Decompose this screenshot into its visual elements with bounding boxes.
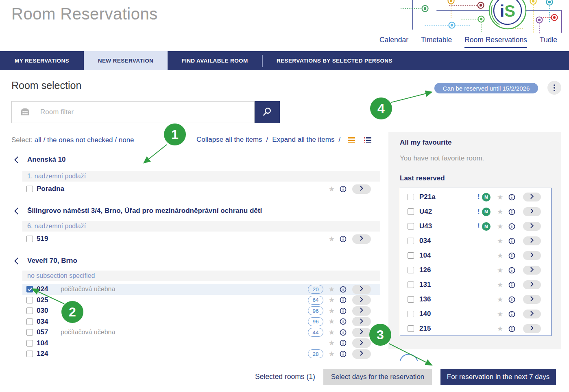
room-name[interactable]: 104 <box>419 251 431 260</box>
room-filter-input[interactable] <box>11 101 255 123</box>
room-name[interactable]: 140 <box>419 310 431 318</box>
open-room-button[interactable] <box>523 266 541 275</box>
room-checkbox[interactable] <box>408 223 414 230</box>
info-icon[interactable] <box>508 252 515 259</box>
favourite-star-icon[interactable]: ★ <box>329 186 335 193</box>
top-nav-link-room-reservations[interactable]: Room Reservations <box>464 36 527 48</box>
open-room-button[interactable] <box>523 222 541 231</box>
info-icon[interactable] <box>508 194 515 201</box>
room-name[interactable]: Poradna <box>37 185 64 193</box>
favourite-star-icon[interactable]: ★ <box>329 340 335 347</box>
room-checkbox[interactable] <box>408 325 414 332</box>
open-room-button[interactable] <box>352 285 371 294</box>
room-name[interactable]: U42 <box>419 208 432 216</box>
info-icon[interactable] <box>340 236 347 243</box>
info-icon[interactable] <box>340 340 347 347</box>
room-checkbox[interactable] <box>408 267 414 273</box>
room-checkbox[interactable] <box>408 238 414 244</box>
open-room-button[interactable] <box>523 280 541 289</box>
open-room-button[interactable] <box>523 251 541 260</box>
collapse-building-icon[interactable] <box>11 258 18 264</box>
top-nav-link-tudle[interactable]: Tudle <box>540 36 557 47</box>
room-checkbox[interactable] <box>408 311 414 317</box>
collapse-building-icon[interactable] <box>11 208 18 214</box>
building-header[interactable]: Anenská 10 <box>11 154 380 165</box>
favourite-star-icon[interactable]: ★ <box>497 325 503 332</box>
room-name[interactable]: P21a <box>419 193 436 201</box>
room-name[interactable]: 034 <box>37 318 50 326</box>
open-room-button[interactable] <box>523 207 541 216</box>
favourite-star-icon[interactable]: ★ <box>329 286 335 293</box>
favourite-star-icon[interactable]: ★ <box>329 351 335 357</box>
room-name[interactable]: 215 <box>419 325 431 333</box>
room-checkbox[interactable] <box>408 282 414 288</box>
open-room-button[interactable] <box>523 295 541 304</box>
favourite-star-icon[interactable]: ★ <box>329 308 335 314</box>
room-name[interactable]: 136 <box>419 295 431 303</box>
room-checkbox[interactable] <box>26 308 33 314</box>
open-room-button[interactable] <box>523 310 541 318</box>
info-icon[interactable] <box>508 208 515 215</box>
room-checkbox[interactable] <box>26 186 33 192</box>
room-name[interactable]: 057 <box>37 328 50 336</box>
open-room-button[interactable] <box>523 236 541 245</box>
favourite-star-icon[interactable]: ★ <box>497 252 503 259</box>
detailed-view-icon[interactable] <box>364 137 371 143</box>
top-nav-link-calendar[interactable]: Calendar <box>379 36 408 47</box>
kebab-menu-button[interactable] <box>547 81 561 95</box>
favourite-star-icon[interactable]: ★ <box>497 208 503 215</box>
open-room-button[interactable] <box>352 338 371 348</box>
room-checkbox[interactable] <box>408 208 414 215</box>
open-room-button[interactable] <box>352 295 371 305</box>
favourite-star-icon[interactable]: ★ <box>329 329 335 336</box>
open-room-button[interactable] <box>352 306 371 316</box>
collapse-all-link[interactable]: Collapse all the items <box>196 136 262 144</box>
expand-all-link[interactable]: Expand all the items <box>272 136 334 144</box>
room-name[interactable]: U43 <box>419 222 432 230</box>
info-icon[interactable] <box>508 282 515 288</box>
next-7-days-button[interactable]: For reservation in the next 7 days <box>440 369 556 385</box>
room-name[interactable]: 034 <box>419 237 431 245</box>
select-all-link[interactable]: all <box>35 136 41 144</box>
tab-find-available-room[interactable]: FIND AVAILABLE ROOM <box>168 51 262 70</box>
info-icon[interactable] <box>508 325 515 332</box>
room-checkbox[interactable] <box>26 351 33 357</box>
info-icon[interactable] <box>508 223 515 230</box>
info-icon[interactable] <box>340 318 347 325</box>
info-icon[interactable] <box>508 238 515 245</box>
building-header[interactable]: Veveří 70, Brno <box>11 256 380 266</box>
favourite-star-icon[interactable]: ★ <box>497 223 503 230</box>
open-room-button[interactable] <box>352 184 371 194</box>
open-room-button[interactable] <box>523 324 541 333</box>
info-icon[interactable] <box>340 286 347 293</box>
room-checkbox[interactable] <box>26 329 33 336</box>
open-room-button[interactable] <box>523 193 541 201</box>
favourite-star-icon[interactable]: ★ <box>497 311 503 318</box>
info-icon[interactable] <box>340 308 347 314</box>
room-checkbox[interactable] <box>408 296 414 303</box>
info-icon[interactable] <box>508 267 515 274</box>
favourite-star-icon[interactable]: ★ <box>497 296 503 303</box>
room-checkbox[interactable] <box>26 236 33 242</box>
favourite-star-icon[interactable]: ★ <box>497 238 503 245</box>
search-button[interactable] <box>255 101 280 123</box>
room-name[interactable]: 519 <box>37 235 50 243</box>
compact-view-icon[interactable] <box>348 137 355 143</box>
tab-new-reservation[interactable]: NEW RESERVATION <box>84 51 168 70</box>
favourite-star-icon[interactable]: ★ <box>329 297 335 303</box>
select-unchecked-link[interactable]: the ones not checked <box>47 136 113 144</box>
select-days-button[interactable]: Select days for the reservation <box>323 369 432 385</box>
info-icon[interactable] <box>340 329 347 336</box>
tab-reservations-by-selected-persons[interactable]: RESERVATIONS BY SELECTED PERSONS <box>263 51 406 70</box>
info-icon[interactable] <box>340 297 347 303</box>
open-room-button[interactable] <box>352 317 371 326</box>
open-room-button[interactable] <box>352 349 371 359</box>
info-icon[interactable] <box>508 296 515 303</box>
room-name[interactable]: 030 <box>37 307 50 315</box>
room-name[interactable]: 126 <box>419 266 431 274</box>
select-none-link[interactable]: none <box>119 136 134 144</box>
room-name[interactable]: 124 <box>37 350 50 358</box>
collapse-building-icon[interactable] <box>11 156 18 163</box>
favourite-star-icon[interactable]: ★ <box>497 282 503 288</box>
room-checkbox[interactable] <box>408 194 414 200</box>
